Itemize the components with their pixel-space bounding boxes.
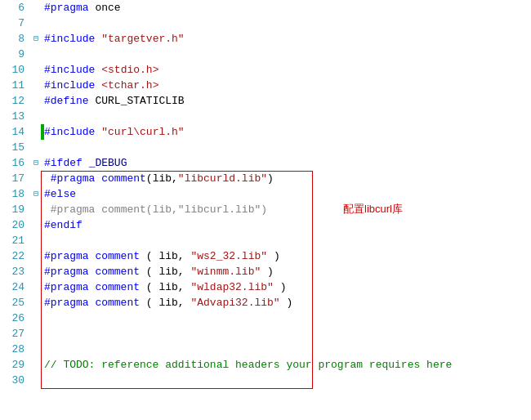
code-line: 6#pragma once bbox=[0, 0, 531, 16]
line-number: 13 bbox=[0, 109, 31, 124]
line-number: 24 bbox=[0, 279, 31, 295]
code-lines-container: 6#pragma once7 8⊟#include "targetver.h"9… bbox=[0, 0, 531, 388]
line-number: 10 bbox=[0, 62, 31, 78]
line-number: 6 bbox=[0, 0, 31, 16]
line-content bbox=[41, 109, 531, 124]
code-line: 12#define CURL_STATICLIB bbox=[0, 93, 531, 109]
fold-icon[interactable]: ⊟ bbox=[31, 31, 41, 47]
line-number: 17 bbox=[0, 171, 31, 186]
code-editor: 6#pragma once7 8⊟#include "targetver.h"9… bbox=[0, 0, 531, 420]
line-content bbox=[41, 342, 531, 357]
line-content: // TODO: reference additional headers yo… bbox=[41, 357, 531, 373]
code-line: 17 #pragma comment(lib,"libcurld.lib") bbox=[0, 171, 531, 186]
code-line: 28 bbox=[0, 342, 531, 357]
line-number: 20 bbox=[0, 217, 31, 233]
line-content: #define CURL_STATICLIB bbox=[41, 93, 531, 109]
line-content: #include "curl\curl.h" bbox=[41, 124, 531, 140]
line-content: #pragma once bbox=[41, 0, 531, 16]
code-line: 30 bbox=[0, 373, 531, 388]
annotation-text: 配置libcurl库 bbox=[343, 202, 403, 217]
line-content: #ifdef _DEBUG bbox=[41, 155, 531, 171]
line-number: 26 bbox=[0, 311, 31, 326]
line-number: 23 bbox=[0, 264, 31, 279]
line-content: #include <stdio.h> bbox=[41, 62, 531, 78]
line-number: 15 bbox=[0, 140, 31, 155]
code-line: 19 #pragma comment(lib,"libcurl.lib") bbox=[0, 202, 531, 217]
code-line: 21 bbox=[0, 233, 531, 248]
code-line: 26 bbox=[0, 311, 531, 326]
line-number: 30 bbox=[0, 373, 31, 388]
line-content bbox=[41, 47, 531, 62]
line-number: 11 bbox=[0, 78, 31, 93]
code-line: 29// TODO: reference additional headers … bbox=[0, 357, 531, 373]
line-content: #pragma comment ( lib, "wldap32.lib" ) bbox=[41, 279, 531, 295]
code-line: 9 bbox=[0, 47, 531, 62]
code-line: 22#pragma comment ( lib, "ws2_32.lib" ) bbox=[0, 248, 531, 264]
line-number: 25 bbox=[0, 295, 31, 311]
line-number: 29 bbox=[0, 357, 31, 373]
line-number: 22 bbox=[0, 248, 31, 264]
code-line: 20#endif bbox=[0, 217, 531, 233]
fold-icon[interactable]: ⊟ bbox=[31, 155, 41, 171]
modified-indicator bbox=[41, 124, 44, 140]
line-content bbox=[41, 326, 531, 342]
code-line: 27 bbox=[0, 326, 531, 342]
line-content bbox=[41, 140, 531, 155]
fold-icon[interactable]: ⊟ bbox=[31, 186, 41, 202]
line-content bbox=[41, 233, 531, 248]
line-number: 16 bbox=[0, 155, 31, 171]
code-line: 8⊟#include "targetver.h" bbox=[0, 31, 531, 47]
line-content bbox=[41, 373, 531, 388]
line-content: #pragma comment ( lib, "winmm.lib" ) bbox=[41, 264, 531, 279]
code-line: 25#pragma comment ( lib, "Advapi32.lib" … bbox=[0, 295, 531, 311]
code-line: 16⊟#ifdef _DEBUG bbox=[0, 155, 531, 171]
code-line: 11#include <tchar.h> bbox=[0, 78, 531, 93]
code-line: 24#pragma comment ( lib, "wldap32.lib" ) bbox=[0, 279, 531, 295]
line-number: 12 bbox=[0, 93, 31, 109]
code-line: 15 bbox=[0, 140, 531, 155]
line-number: 27 bbox=[0, 326, 31, 342]
code-line: 10#include <stdio.h> bbox=[0, 62, 531, 78]
code-line: 7 bbox=[0, 16, 531, 31]
line-number: 21 bbox=[0, 233, 31, 248]
line-content bbox=[41, 311, 531, 326]
line-number: 7 bbox=[0, 16, 31, 31]
line-content: #pragma comment ( lib, "ws2_32.lib" ) bbox=[41, 248, 531, 264]
line-number: 14 bbox=[0, 124, 31, 140]
line-content bbox=[41, 16, 531, 31]
line-number: 18 bbox=[0, 186, 31, 202]
line-content: #pragma comment(lib,"libcurld.lib") bbox=[41, 171, 531, 186]
code-line: 14#include "curl\curl.h" bbox=[0, 124, 531, 140]
code-line: 18⊟#else bbox=[0, 186, 531, 202]
line-content: #include <tchar.h> bbox=[41, 78, 531, 93]
line-content: #pragma comment(lib,"libcurl.lib") bbox=[41, 202, 531, 217]
line-content: #include "targetver.h" bbox=[41, 31, 531, 47]
line-number: 19 bbox=[0, 202, 31, 217]
line-content: #pragma comment ( lib, "Advapi32.lib" ) bbox=[41, 295, 531, 311]
line-number: 28 bbox=[0, 342, 31, 357]
line-content: #else bbox=[41, 186, 531, 202]
code-line: 23#pragma comment ( lib, "winmm.lib" ) bbox=[0, 264, 531, 279]
line-content: #endif bbox=[41, 217, 531, 233]
code-line: 13 bbox=[0, 109, 531, 124]
line-number: 8 bbox=[0, 31, 31, 47]
line-number: 9 bbox=[0, 47, 31, 62]
